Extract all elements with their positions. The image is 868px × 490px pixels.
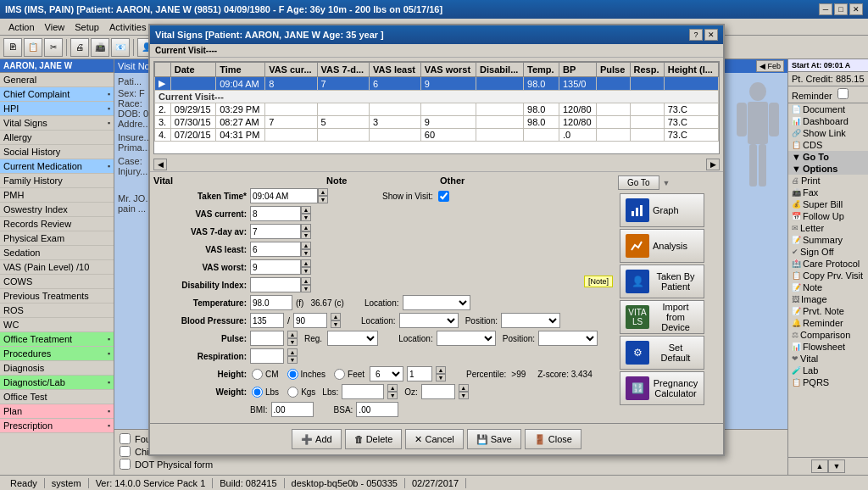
reminder-checkbox[interactable] [837,88,849,99]
right-item-print[interactable]: 🖨 Print [788,175,868,187]
pulse-input[interactable] [250,331,284,346]
weight-lbs-input[interactable] [342,384,384,399]
menu-setup[interactable]: Setup [70,20,104,34]
pulse-up[interactable]: ▲ [287,331,298,338]
sidebar-item-office-test[interactable]: Office Test [0,390,114,404]
right-item-note[interactable]: 📝 Note [788,281,868,293]
vas-worst-input[interactable] [250,259,301,275]
table-scroll-left[interactable]: ◀ [153,159,167,170]
sidebar-item-hpi[interactable]: HPI▪ [0,102,114,116]
goto-button[interactable]: Go To [618,175,659,190]
vital-help-btn[interactable]: ? [689,29,703,41]
sidebar-item-family-history[interactable]: Family History [0,174,114,188]
weight-up[interactable]: ▲ [387,384,398,392]
sidebar-item-prev-treatments[interactable]: Previous Treatments [0,289,114,303]
oz-up[interactable]: ▲ [459,384,469,392]
temp-input[interactable] [250,295,292,310]
sidebar-item-allergy[interactable]: Allergy [0,131,114,145]
show-in-visit-checkbox[interactable] [438,191,449,202]
menu-activities[interactable]: Activities [104,20,151,34]
height-down[interactable]: ▼ [436,374,446,381]
close-dialog-button[interactable]: 🚪 Close [525,429,581,449]
sidebar-item-general[interactable]: General [0,73,114,87]
right-item-reminder[interactable]: 🔔 Reminder [788,317,868,329]
menu-action[interactable]: Action [3,20,40,34]
right-item-options[interactable]: ▼ Options [788,163,868,175]
height-inches-radio[interactable] [287,369,298,380]
th-vas-cur[interactable]: VAS cur... [265,63,317,77]
vas-worst-up[interactable]: ▲ [301,259,311,267]
weight-kgs-radio[interactable] [287,387,298,398]
minimize-btn[interactable]: ─ [819,3,832,15]
pulse-down[interactable]: ▼ [287,338,298,346]
taken-by-patient-button[interactable]: 👤 Taken By Patient [620,264,704,298]
right-item-image[interactable]: 🖼 Image [788,293,868,305]
vas-least-down[interactable]: ▼ [301,249,311,257]
vas-7day-down[interactable]: ▼ [301,231,311,239]
bmi-input[interactable] [271,402,314,417]
right-item-follow-up[interactable]: 📅 Follow Up [788,210,868,222]
right-item-letter[interactable]: ✉ Letter [788,222,868,234]
disability-input[interactable] [250,277,301,292]
resp-up[interactable]: ▲ [287,348,298,356]
right-item-dashboard[interactable]: 📊 Dashboard [788,115,868,127]
pulse-position-select[interactable] [538,331,598,346]
resp-down[interactable]: ▼ [287,356,298,364]
weight-oz-input[interactable] [421,384,455,399]
taken-time-spin-down[interactable]: ▼ [318,196,328,203]
th-date[interactable]: Date [170,63,215,77]
right-item-care-protocol[interactable]: 🏥 Care Protocol [788,258,868,270]
height-inches-input[interactable] [407,366,432,381]
weight-down[interactable]: ▼ [387,392,398,399]
add-button[interactable]: ➕ Add [292,429,342,449]
right-item-vital[interactable]: ❤ Vital [788,353,868,365]
bp-systolic-input[interactable] [250,313,284,328]
sidebar-item-cows[interactable]: COWS [0,275,114,289]
sidebar-item-procedures[interactable]: Procedures▪ [0,347,114,361]
weight-lbs-radio[interactable] [252,387,263,398]
sidebar-item-current-medication[interactable]: Current Medication▪ [0,159,114,174]
right-item-comparison[interactable]: ⚖ Comparison [788,329,868,341]
sidebar-item-oswestry[interactable]: Oswestry Index [0,203,114,217]
sidebar-item-chief-complaint[interactable]: Chief Complaint▪ [0,87,114,102]
height-up[interactable]: ▲ [436,366,446,374]
analysis-button[interactable]: Analysis [620,229,704,263]
toolbar-btn-5[interactable]: 📠 [91,38,109,57]
sidebar-item-diagnostic-lab[interactable]: Diagnostic/Lab▪ [0,376,114,390]
pregnancy-calc-button[interactable]: 🔢 Pregnancy Calculator [620,371,704,405]
pulse-location-select[interactable] [437,331,496,346]
bp-down[interactable]: ▼ [331,320,341,328]
graph-button[interactable]: Graph [620,193,704,227]
vas-current-down[interactable]: ▼ [301,214,311,221]
oz-down[interactable]: ▼ [459,392,469,399]
taken-time-input[interactable] [250,188,318,203]
right-item-document[interactable]: 📄 Document [788,103,868,115]
toolbar-btn-3[interactable]: ✂ [44,38,63,57]
bsa-input[interactable] [356,402,398,417]
vas-least-input[interactable] [250,242,301,257]
sidebar-item-office-treatment[interactable]: Office Treatment▪ [0,332,114,347]
sidebar-item-vas[interactable]: VAS (Pain Level) /10 [0,260,114,275]
vas-least-up[interactable]: ▲ [301,242,311,249]
height-cm-radio[interactable] [252,369,263,380]
height-feet-radio[interactable] [334,369,345,380]
vital-close-btn[interactable]: ✕ [704,29,718,41]
sidebar-item-ros[interactable]: ROS [0,303,114,318]
right-item-goto[interactable]: ▼ Go To [788,151,868,163]
bp-up[interactable]: ▲ [331,313,341,320]
right-nav-down[interactable]: ▼ [828,459,845,473]
vas-worst-down[interactable]: ▼ [301,267,311,275]
right-item-lab[interactable]: 🧪 Lab [788,365,868,376]
table-scroll-right[interactable]: ▶ [706,159,720,170]
height-feet-select[interactable]: 6 [370,366,403,381]
table-row-3[interactable]: 3. 07/30/15 08:27 AM 7 5 3 9 98.0 120/80… [155,116,719,129]
sidebar-item-social-history[interactable]: Social History [0,145,114,159]
maximize-btn[interactable]: □ [834,3,848,15]
sidebar-item-sedation[interactable]: Sedation [0,246,114,260]
sidebar-item-physical-exam[interactable]: Physical Exam [0,231,114,246]
vas-current-input[interactable] [250,206,301,221]
table-row-2[interactable]: 2. 09/29/15 03:29 PM 98.0 120/80 73.C [155,103,719,116]
import-device-button[interactable]: VITALS Import from Device [620,300,704,334]
toolbar-btn-2[interactable]: 📋 [24,38,42,57]
disability-up[interactable]: ▲ [301,277,311,285]
